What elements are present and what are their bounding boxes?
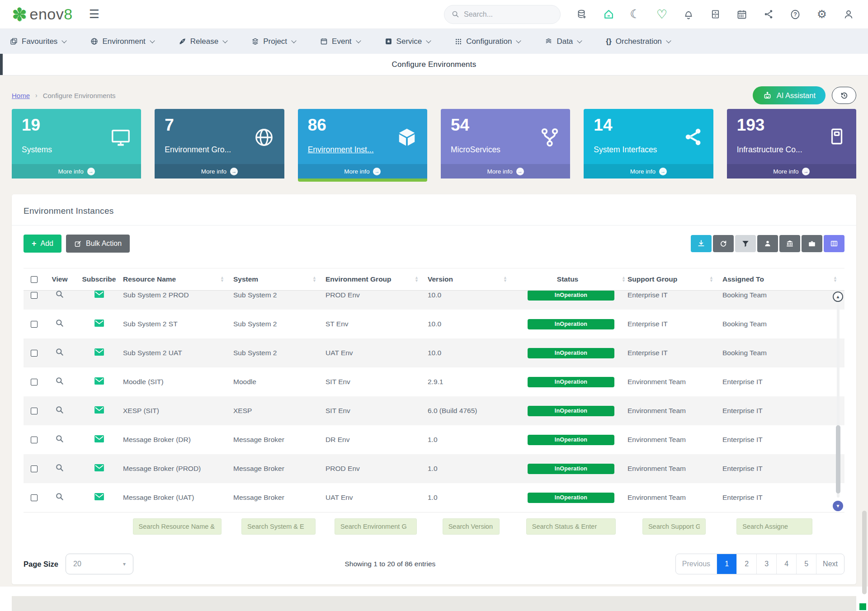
row-checkbox[interactable] bbox=[31, 321, 38, 328]
nav-favourites[interactable]: Favourites bbox=[10, 37, 66, 46]
page-size-select[interactable]: 20 ▾ bbox=[66, 554, 133, 574]
bulk-action-button[interactable]: Bulk Action bbox=[66, 235, 130, 253]
home-icon[interactable] bbox=[603, 9, 614, 20]
row-checkbox[interactable] bbox=[31, 494, 38, 501]
favourites-heart-icon[interactable]: ♡ bbox=[656, 9, 668, 20]
header-assigned-to[interactable]: Assigned To▲▼ bbox=[721, 275, 844, 283]
header-status[interactable]: Status▲▼ bbox=[514, 275, 626, 283]
share-icon[interactable] bbox=[763, 9, 774, 20]
select-all-checkbox[interactable] bbox=[31, 276, 38, 283]
nav-release[interactable]: Release bbox=[179, 37, 227, 46]
search-resource-name-input[interactable] bbox=[133, 518, 222, 535]
view-icon[interactable] bbox=[55, 492, 64, 501]
history-button[interactable] bbox=[832, 87, 856, 104]
card-more-info[interactable]: More info → bbox=[584, 164, 713, 179]
nav-configuration[interactable]: Configuration bbox=[455, 37, 520, 46]
filter-button[interactable] bbox=[735, 235, 756, 252]
nav-orchestration[interactable]: {} Orchestration bbox=[606, 37, 670, 46]
pagination-page-2[interactable]: 2 bbox=[736, 554, 756, 574]
enov8-logo[interactable]: ✽ enov8 bbox=[12, 5, 73, 24]
card-more-info[interactable]: More info → bbox=[441, 164, 570, 179]
hamburger-menu-icon[interactable]: ☰ bbox=[89, 7, 99, 21]
search-assigned-to-input[interactable] bbox=[736, 518, 812, 535]
nav-data[interactable]: Data bbox=[545, 37, 581, 46]
pagination-page-3[interactable]: 3 bbox=[756, 554, 776, 574]
header-environment-group[interactable]: Environment Group▲▼ bbox=[324, 275, 426, 283]
pagination-previous[interactable]: Previous bbox=[676, 554, 717, 574]
pagination-page-4[interactable]: 4 bbox=[776, 554, 796, 574]
subscribe-envelope-icon[interactable] bbox=[94, 406, 104, 414]
search-version-input[interactable] bbox=[443, 518, 500, 535]
subscribe-envelope-icon[interactable] bbox=[94, 348, 104, 356]
download-button[interactable] bbox=[691, 235, 712, 252]
card-more-info[interactable]: More info → bbox=[155, 164, 284, 179]
nav-project[interactable]: Project bbox=[251, 37, 296, 46]
ai-assistant-button[interactable]: AI Assistant bbox=[753, 86, 826, 104]
search-status-input[interactable] bbox=[526, 518, 616, 535]
card-infrastructure[interactable]: 193 Infrastructure Co... More info → bbox=[727, 109, 856, 182]
view-icon[interactable] bbox=[55, 434, 64, 443]
view-icon[interactable] bbox=[55, 291, 64, 299]
subscribe-envelope-icon[interactable] bbox=[94, 291, 104, 298]
sort-icons[interactable]: ▲▼ bbox=[220, 276, 231, 282]
view-icon[interactable] bbox=[55, 463, 64, 472]
header-resource-name[interactable]: Resource Name▲▼ bbox=[121, 275, 231, 283]
settings-gear-icon[interactable]: ⚙ bbox=[816, 9, 828, 20]
sort-icons[interactable]: ▲▼ bbox=[833, 276, 844, 282]
header-system[interactable]: System▲▼ bbox=[231, 275, 324, 283]
add-button[interactable]: + Add bbox=[24, 235, 61, 253]
archive-cabinet-icon[interactable] bbox=[709, 9, 721, 20]
nav-service[interactable]: Service bbox=[385, 37, 431, 46]
row-checkbox[interactable] bbox=[31, 437, 38, 443]
row-checkbox[interactable] bbox=[31, 408, 38, 414]
sort-icons[interactable]: ▲▼ bbox=[415, 276, 426, 282]
global-search[interactable]: Search... bbox=[444, 5, 561, 24]
help-icon[interactable]: ? bbox=[789, 9, 801, 20]
sort-icons[interactable]: ▲▼ bbox=[709, 276, 721, 282]
nav-event[interactable]: Event bbox=[320, 37, 360, 46]
search-environment-group-input[interactable] bbox=[335, 518, 417, 535]
subscribe-envelope-icon[interactable] bbox=[94, 319, 104, 327]
row-checkbox[interactable] bbox=[31, 379, 38, 385]
row-checkbox[interactable] bbox=[31, 292, 38, 299]
notifications-bell-icon[interactable] bbox=[683, 9, 694, 20]
row-checkbox[interactable] bbox=[31, 465, 38, 472]
subscribe-envelope-icon[interactable] bbox=[94, 464, 104, 472]
sort-icons[interactable]: ▲▼ bbox=[503, 276, 514, 282]
bank-button[interactable] bbox=[779, 235, 800, 252]
card-environment-instances[interactable]: 86 Environment Inst... More info → bbox=[298, 109, 427, 182]
view-icon[interactable] bbox=[55, 376, 64, 385]
card-environment-groups[interactable]: 7 Environment Gro... More info → bbox=[155, 109, 284, 182]
card-systems[interactable]: 19 Systems More info → bbox=[12, 109, 141, 182]
pagination-page-5[interactable]: 5 bbox=[796, 554, 816, 574]
subscribe-envelope-icon[interactable] bbox=[94, 435, 104, 443]
header-support-group[interactable]: Support Group▲▼ bbox=[626, 275, 721, 283]
pagination-next[interactable]: Next bbox=[816, 554, 844, 574]
view-icon[interactable] bbox=[55, 319, 64, 328]
nav-environment[interactable]: Environment bbox=[90, 37, 154, 46]
subscribe-envelope-icon[interactable] bbox=[94, 377, 104, 385]
refresh-button[interactable] bbox=[713, 235, 734, 252]
card-more-info[interactable]: More info → bbox=[12, 164, 141, 179]
user-filter-button[interactable] bbox=[757, 235, 778, 252]
dark-mode-moon-icon[interactable]: ☾ bbox=[629, 9, 641, 20]
calendar-icon[interactable] bbox=[736, 9, 748, 20]
card-system-interfaces[interactable]: 14 System Interfaces More info → bbox=[584, 109, 713, 182]
subscribe-envelope-icon[interactable] bbox=[94, 493, 104, 501]
scrollbar-thumb[interactable] bbox=[836, 425, 840, 494]
row-checkbox[interactable] bbox=[31, 350, 38, 357]
scroll-up-button[interactable]: ▲ bbox=[833, 291, 843, 302]
pagination-page-1[interactable]: 1 bbox=[717, 554, 736, 574]
view-icon[interactable] bbox=[55, 348, 64, 357]
card-microservices[interactable]: 54 MicroServices More info → bbox=[441, 109, 570, 182]
user-profile-icon[interactable] bbox=[843, 9, 854, 20]
card-more-info[interactable]: More info → bbox=[727, 164, 856, 179]
card-more-info[interactable]: More info → bbox=[298, 164, 427, 179]
columns-button[interactable] bbox=[824, 235, 844, 252]
header-version[interactable]: Version▲▼ bbox=[426, 275, 514, 283]
page-scrollbar-thumb[interactable] bbox=[862, 511, 867, 594]
view-icon[interactable] bbox=[55, 405, 64, 414]
database-add-icon[interactable] bbox=[576, 9, 588, 20]
breadcrumb-home-link[interactable]: Home bbox=[12, 92, 30, 99]
search-system-input[interactable] bbox=[241, 518, 316, 535]
